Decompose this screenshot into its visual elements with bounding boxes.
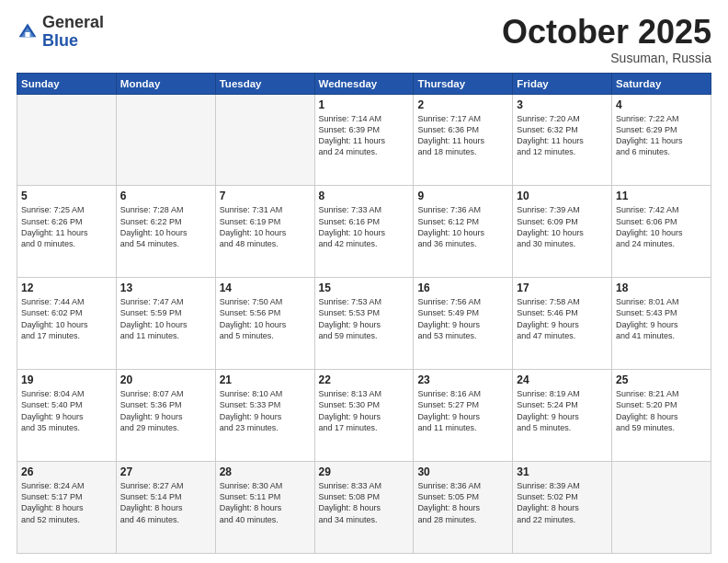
calendar-cell: 11Sunrise: 7:42 AMSunset: 6:06 PMDayligh… xyxy=(612,186,711,278)
day-number: 25 xyxy=(616,373,707,386)
calendar-cell: 2Sunrise: 7:17 AMSunset: 6:36 PMDaylight… xyxy=(414,94,513,186)
day-number: 19 xyxy=(21,373,112,386)
day-number: 12 xyxy=(21,282,112,294)
day-number: 4 xyxy=(616,98,707,111)
day-number: 22 xyxy=(319,373,410,386)
day-number: 9 xyxy=(417,190,508,202)
calendar-cell: 27Sunrise: 8:27 AMSunset: 5:14 PMDayligh… xyxy=(116,462,215,554)
calendar-cell: 17Sunrise: 7:58 AMSunset: 5:46 PMDayligh… xyxy=(513,278,612,370)
logo: General Blue xyxy=(17,14,104,51)
calendar-cell xyxy=(17,94,117,186)
calendar-cell xyxy=(215,94,314,186)
day-number: 30 xyxy=(417,465,508,478)
month-title: October 2025 xyxy=(502,14,711,51)
calendar-cell: 29Sunrise: 8:33 AMSunset: 5:08 PMDayligh… xyxy=(314,462,414,554)
calendar-cell: 6Sunrise: 7:28 AMSunset: 6:22 PMDaylight… xyxy=(116,186,215,278)
calendar-cell: 9Sunrise: 7:36 AMSunset: 6:12 PMDaylight… xyxy=(414,186,513,278)
header: General Blue October 2025 Susuman, Russi… xyxy=(17,14,711,65)
day-number: 18 xyxy=(616,282,707,294)
calendar-cell: 26Sunrise: 8:24 AMSunset: 5:17 PMDayligh… xyxy=(17,462,117,554)
calendar-cell: 5Sunrise: 7:25 AMSunset: 6:26 PMDaylight… xyxy=(17,186,117,278)
day-detail: Sunrise: 8:24 AMSunset: 5:17 PMDaylight:… xyxy=(21,480,112,525)
day-number: 14 xyxy=(220,282,311,294)
week-row-4: 26Sunrise: 8:24 AMSunset: 5:17 PMDayligh… xyxy=(17,462,711,554)
day-detail: Sunrise: 8:21 AMSunset: 5:20 PMDaylight:… xyxy=(616,388,707,433)
logo-general: General xyxy=(42,13,104,31)
week-row-2: 12Sunrise: 7:44 AMSunset: 6:02 PMDayligh… xyxy=(17,278,711,370)
calendar-cell: 3Sunrise: 7:20 AMSunset: 6:32 PMDaylight… xyxy=(513,94,612,186)
calendar-cell: 13Sunrise: 7:47 AMSunset: 5:59 PMDayligh… xyxy=(116,278,215,370)
logo-text: General Blue xyxy=(42,14,104,51)
week-row-0: 1Sunrise: 7:14 AMSunset: 6:39 PMDaylight… xyxy=(17,94,711,186)
day-detail: Sunrise: 7:39 AMSunset: 6:09 PMDaylight:… xyxy=(517,204,608,249)
day-number: 17 xyxy=(517,282,608,294)
calendar-cell xyxy=(116,94,215,186)
weekday-header-thursday: Thursday xyxy=(414,73,513,94)
day-detail: Sunrise: 7:44 AMSunset: 6:02 PMDaylight:… xyxy=(21,296,112,341)
title-block: October 2025 Susuman, Russia xyxy=(502,14,711,65)
day-number: 31 xyxy=(517,465,608,478)
day-number: 28 xyxy=(220,465,311,478)
calendar-cell: 10Sunrise: 7:39 AMSunset: 6:09 PMDayligh… xyxy=(513,186,612,278)
day-detail: Sunrise: 7:14 AMSunset: 6:39 PMDaylight:… xyxy=(319,113,410,158)
day-number: 3 xyxy=(517,98,608,111)
day-detail: Sunrise: 8:01 AMSunset: 5:43 PMDaylight:… xyxy=(616,296,707,341)
day-detail: Sunrise: 8:36 AMSunset: 5:05 PMDaylight:… xyxy=(417,480,508,525)
day-detail: Sunrise: 7:22 AMSunset: 6:29 PMDaylight:… xyxy=(616,113,707,158)
calendar-cell: 7Sunrise: 7:31 AMSunset: 6:19 PMDaylight… xyxy=(215,186,314,278)
day-number: 27 xyxy=(120,465,211,478)
day-detail: Sunrise: 7:20 AMSunset: 6:32 PMDaylight:… xyxy=(517,113,608,158)
week-row-3: 19Sunrise: 8:04 AMSunset: 5:40 PMDayligh… xyxy=(17,370,711,462)
day-number: 16 xyxy=(417,282,508,294)
day-number: 7 xyxy=(220,190,311,202)
day-number: 23 xyxy=(417,373,508,386)
day-detail: Sunrise: 7:31 AMSunset: 6:19 PMDaylight:… xyxy=(220,204,311,249)
day-number: 1 xyxy=(319,98,410,111)
day-detail: Sunrise: 8:39 AMSunset: 5:02 PMDaylight:… xyxy=(517,480,608,525)
week-row-1: 5Sunrise: 7:25 AMSunset: 6:26 PMDaylight… xyxy=(17,186,711,278)
day-detail: Sunrise: 8:13 AMSunset: 5:30 PMDaylight:… xyxy=(319,388,410,433)
day-detail: Sunrise: 8:27 AMSunset: 5:14 PMDaylight:… xyxy=(120,480,211,525)
day-detail: Sunrise: 8:33 AMSunset: 5:08 PMDaylight:… xyxy=(319,480,410,525)
location: Susuman, Russia xyxy=(502,51,711,65)
weekday-header-tuesday: Tuesday xyxy=(215,73,314,94)
day-number: 20 xyxy=(120,373,211,386)
page: General Blue October 2025 Susuman, Russi… xyxy=(0,0,728,563)
day-number: 26 xyxy=(21,465,112,478)
calendar-cell: 16Sunrise: 7:56 AMSunset: 5:49 PMDayligh… xyxy=(414,278,513,370)
day-detail: Sunrise: 7:17 AMSunset: 6:36 PMDaylight:… xyxy=(417,113,508,158)
day-detail: Sunrise: 8:30 AMSunset: 5:11 PMDaylight:… xyxy=(220,480,311,525)
day-detail: Sunrise: 8:04 AMSunset: 5:40 PMDaylight:… xyxy=(21,388,112,433)
day-detail: Sunrise: 7:58 AMSunset: 5:46 PMDaylight:… xyxy=(517,296,608,341)
day-detail: Sunrise: 7:50 AMSunset: 5:56 PMDaylight:… xyxy=(220,296,311,341)
calendar-cell: 4Sunrise: 7:22 AMSunset: 6:29 PMDaylight… xyxy=(612,94,711,186)
calendar-cell: 23Sunrise: 8:16 AMSunset: 5:27 PMDayligh… xyxy=(414,370,513,462)
day-number: 21 xyxy=(220,373,311,386)
day-number: 8 xyxy=(319,190,410,202)
calendar-cell: 24Sunrise: 8:19 AMSunset: 5:24 PMDayligh… xyxy=(513,370,612,462)
calendar-cell: 28Sunrise: 8:30 AMSunset: 5:11 PMDayligh… xyxy=(215,462,314,554)
weekday-header-wednesday: Wednesday xyxy=(314,73,414,94)
day-number: 13 xyxy=(120,282,211,294)
calendar-cell: 30Sunrise: 8:36 AMSunset: 5:05 PMDayligh… xyxy=(414,462,513,554)
day-detail: Sunrise: 7:28 AMSunset: 6:22 PMDaylight:… xyxy=(120,204,211,249)
weekday-header-saturday: Saturday xyxy=(612,73,711,94)
day-number: 10 xyxy=(517,190,608,202)
day-number: 5 xyxy=(21,190,112,202)
weekday-header-monday: Monday xyxy=(116,73,215,94)
day-detail: Sunrise: 7:36 AMSunset: 6:12 PMDaylight:… xyxy=(417,204,508,249)
day-number: 11 xyxy=(616,190,707,202)
day-detail: Sunrise: 7:42 AMSunset: 6:06 PMDaylight:… xyxy=(616,204,707,249)
day-detail: Sunrise: 7:53 AMSunset: 5:53 PMDaylight:… xyxy=(319,296,410,341)
calendar-cell: 1Sunrise: 7:14 AMSunset: 6:39 PMDaylight… xyxy=(314,94,414,186)
weekday-header-sunday: Sunday xyxy=(17,73,117,94)
day-number: 2 xyxy=(417,98,508,111)
calendar-cell: 12Sunrise: 7:44 AMSunset: 6:02 PMDayligh… xyxy=(17,278,117,370)
calendar-cell: 25Sunrise: 8:21 AMSunset: 5:20 PMDayligh… xyxy=(612,370,711,462)
day-detail: Sunrise: 7:25 AMSunset: 6:26 PMDaylight:… xyxy=(21,204,112,249)
calendar-cell: 22Sunrise: 8:13 AMSunset: 5:30 PMDayligh… xyxy=(314,370,414,462)
calendar-cell: 19Sunrise: 8:04 AMSunset: 5:40 PMDayligh… xyxy=(17,370,117,462)
day-detail: Sunrise: 7:33 AMSunset: 6:16 PMDaylight:… xyxy=(319,204,410,249)
day-number: 24 xyxy=(517,373,608,386)
day-detail: Sunrise: 8:10 AMSunset: 5:33 PMDaylight:… xyxy=(220,388,311,433)
